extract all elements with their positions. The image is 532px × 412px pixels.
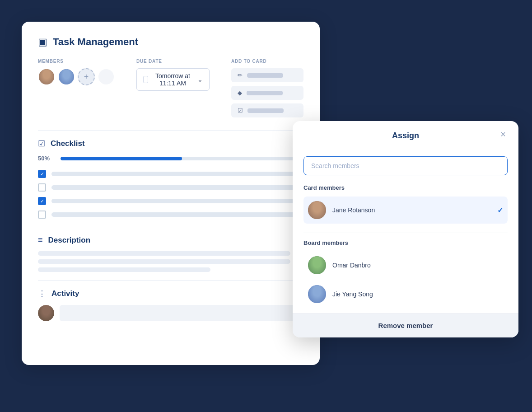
members-label: MEMBERS: [38, 59, 115, 64]
checklist-section-icon: ☑: [38, 139, 45, 149]
checklist-icon: ☑: [238, 107, 243, 114]
modal-header: Assign ×: [293, 121, 518, 148]
avatar-1[interactable]: [38, 68, 55, 85]
desc-line-2: [38, 259, 290, 264]
checklist-title: Checklist: [51, 139, 85, 148]
checklist-item-4: [38, 211, 303, 219]
checklist-bar-2: [51, 185, 303, 190]
activity-input[interactable]: [60, 305, 303, 321]
check-icon-1: ✓: [40, 171, 44, 177]
avatar-placeholder: [98, 68, 115, 85]
desc-line-3: [38, 267, 210, 272]
progress-bar-background: [61, 157, 303, 160]
divider-3: [38, 280, 303, 281]
due-date-checkbox[interactable]: [143, 76, 148, 83]
member-avatar-omar: [308, 256, 326, 274]
divider-1: [38, 130, 303, 131]
chevron-down-icon: ⌄: [197, 76, 203, 83]
activity-header: ⋮ Activity: [38, 289, 303, 299]
add-checklist-button[interactable]: ☑: [231, 103, 303, 117]
desc-line-1: [38, 251, 290, 256]
add-labels-button[interactable]: ◆: [231, 86, 303, 100]
checklist-bar-1: [51, 172, 303, 176]
due-date-section: DUE DATE Tomorrow at 11:11 AM ⌄: [136, 59, 210, 91]
meta-row: MEMBERS + DUE DATE Tomorrow at 11:11 AM: [38, 59, 303, 117]
progress-label: 50%: [38, 155, 54, 162]
card-members-label: Card members: [303, 184, 508, 191]
checkbox-3[interactable]: ✓: [38, 197, 46, 205]
checklist-item-2: [38, 183, 303, 192]
progress-row: 50%: [38, 155, 303, 162]
description-lines: [38, 251, 303, 272]
activity-avatar: [38, 305, 54, 321]
divider-2: [38, 227, 303, 227]
member-name-jie: Jie Yang Song: [332, 290, 503, 298]
member-name-omar: Omar Danbro: [332, 262, 503, 269]
section-gap: [303, 225, 508, 229]
activity-row: [38, 305, 303, 321]
modal-title: Assign: [392, 131, 419, 140]
card-title: Task Management: [53, 36, 138, 48]
member-omar[interactable]: Omar Danbro: [303, 252, 508, 279]
description-icon: ≡: [38, 235, 43, 245]
activity-avatar-face: [38, 305, 54, 321]
add-to-card-label: ADD TO CARD: [231, 59, 303, 64]
add-members-button[interactable]: ✏: [231, 68, 303, 82]
due-date-label: DUE DATE: [136, 59, 210, 64]
check-icon-3: ✓: [40, 198, 44, 204]
member-name-jane: Jane Rotanson: [332, 206, 491, 214]
checkbox-1[interactable]: ✓: [38, 170, 46, 178]
card-title-row: ▣ Task Management: [38, 36, 303, 48]
member-avatar-jie: [308, 285, 326, 303]
member-avatar-jane: [308, 201, 326, 219]
task-icon: ▣: [38, 36, 47, 48]
search-input[interactable]: [303, 156, 508, 175]
modal-body: Card members Jane Rotanson ✓ Board membe…: [293, 148, 518, 308]
progress-bar-fill: [61, 157, 182, 160]
checkbox-4[interactable]: [38, 211, 46, 219]
member-jie[interactable]: Jie Yang Song: [303, 281, 508, 308]
board-members-label: Board members: [303, 239, 508, 246]
checklist-header: ☑ Checklist: [38, 139, 303, 149]
add-to-card-buttons: ✏ ◆ ☑: [231, 68, 303, 117]
activity-icon: ⋮: [38, 289, 46, 299]
selected-check-mark: ✓: [497, 206, 503, 215]
due-date-value: Tomorrow at 11:11 AM: [153, 72, 193, 87]
add-to-card-section: ADD TO CARD ✏ ◆ ☑: [231, 59, 303, 117]
label-icon: ◆: [238, 89, 242, 96]
description-title: Description: [48, 236, 91, 245]
members-list: +: [38, 68, 115, 85]
checklist-bar-4: [51, 212, 303, 217]
modal-close-button[interactable]: ×: [497, 128, 509, 141]
member-jane[interactable]: Jane Rotanson ✓: [303, 197, 508, 224]
main-card: ▣ Task Management MEMBERS + DUE DATE: [22, 22, 320, 365]
remove-member-button[interactable]: Remove member: [293, 313, 518, 337]
due-date-button[interactable]: Tomorrow at 11:11 AM ⌄: [136, 68, 210, 91]
checklist-items: ✓ ✓: [38, 170, 303, 219]
avatar-2[interactable]: [58, 68, 75, 85]
activity-title: Activity: [51, 289, 79, 298]
add-member-button[interactable]: +: [78, 68, 95, 85]
person-icon: ✏: [238, 72, 243, 79]
members-section: MEMBERS +: [38, 59, 115, 85]
checklist-bar-3: [51, 199, 303, 203]
section-divider: [303, 233, 508, 233]
description-header: ≡ Description: [38, 235, 303, 245]
checkbox-2[interactable]: [38, 183, 46, 192]
checklist-item-3: ✓: [38, 197, 303, 205]
checklist-item-1: ✓: [38, 170, 303, 178]
assign-modal: Assign × Card members Jane Rotanson ✓ Bo…: [293, 121, 518, 337]
